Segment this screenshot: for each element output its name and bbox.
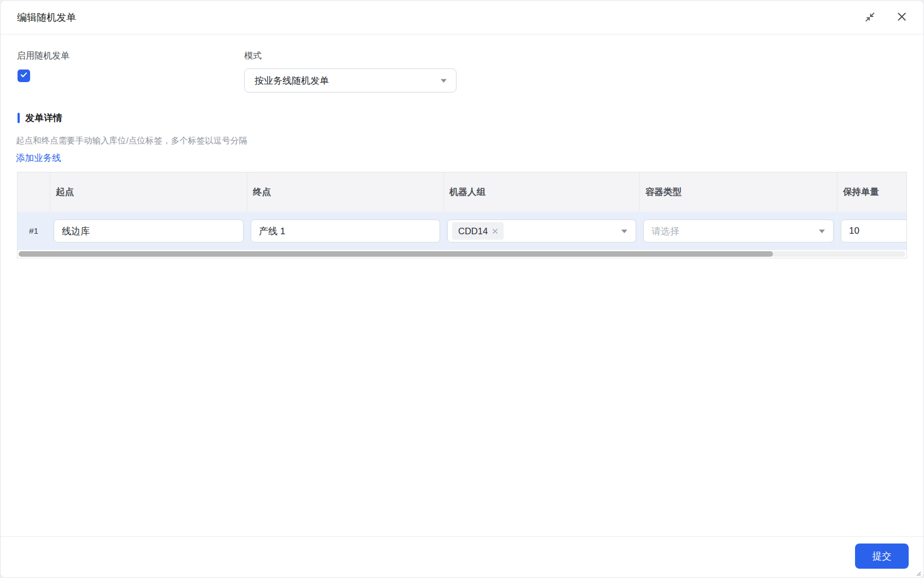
enable-random-dispatch-label: 启用随机发单 [17,50,70,62]
table-horizontal-scrollbar [18,250,907,258]
table-header-index [18,172,50,212]
robot-group-tags: CDD14 [452,222,621,240]
container-type-select[interactable]: 请选择 [643,219,834,242]
table-header-robot-group: 机器人组 [444,172,640,212]
table-header-container-type: 容器类型 [640,172,838,212]
collapse-icon [864,11,876,25]
container-type-placeholder: 请选择 [648,225,818,238]
collapse-button[interactable] [861,9,879,26]
mode-select[interactable]: 按业务线随机发单 [244,68,457,93]
table-header-start: 起点 [50,172,247,212]
close-button[interactable] [893,9,910,26]
submit-button[interactable]: 提交 [855,544,909,569]
tag-remove-icon[interactable] [492,228,499,235]
keep-quantity-input[interactable] [841,219,907,242]
table-header-end: 终点 [247,172,444,212]
start-input[interactable] [54,219,244,242]
section-title: 发单详情 [25,112,62,124]
table-row: #1 CDD14 [18,212,907,250]
dialog-title: 编辑随机发单 [17,1,76,34]
scrollbar-thumb[interactable] [19,251,773,257]
robot-group-tag-label: CDD14 [458,226,488,236]
dialog-footer: 提交 [1,536,923,578]
business-line-table: 起点 终点 机器人组 容器类型 保持单量 #1 CDD14 [17,172,907,258]
container-type-cell: 请选择 [640,212,838,250]
section-accent-bar [18,113,20,123]
mode-label: 模式 [244,50,262,62]
chevron-down-icon [621,226,628,236]
table-header-keep-quantity: 保持单量 [838,172,907,212]
row-index: #1 [18,212,50,250]
chevron-down-icon [818,226,825,236]
enable-random-dispatch-checkbox[interactable] [18,70,30,82]
section-header: 发单详情 [18,112,62,124]
chevron-down-icon [440,76,447,85]
section-hint-text: 起点和终点需要手动输入库位/点位标签，多个标签以逗号分隔 [16,135,247,147]
robot-group-tag: CDD14 [452,222,504,240]
robot-group-multiselect[interactable]: CDD14 [447,219,636,242]
resize-grip-icon[interactable] [915,569,921,575]
start-cell [50,212,247,250]
table-header-row: 起点 终点 机器人组 容器类型 保持单量 [18,172,907,212]
mode-select-value: 按业务线随机发单 [255,74,440,87]
checkmark-icon [20,71,28,81]
close-icon [896,11,908,24]
robot-group-cell: CDD14 [444,212,640,250]
dialog-header: 编辑随机发单 [1,1,923,34]
edit-random-dispatch-dialog: 编辑随机发单 启用随机发单 模式 按业务线随机发单 [0,0,924,578]
keep-quantity-cell [838,212,907,250]
end-cell [247,212,444,250]
end-input[interactable] [251,219,440,242]
add-business-line-link[interactable]: 添加业务线 [16,152,61,164]
